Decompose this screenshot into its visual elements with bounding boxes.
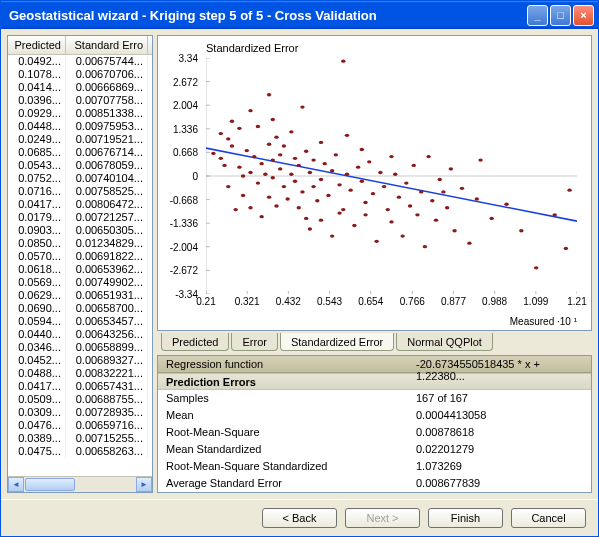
cell-stderror: 0.00806472... [66,198,148,211]
table-row[interactable]: 0.0414...0.00666869... [8,81,152,94]
window-title: Geostatistical wizard - Kriging step 5 o… [9,8,527,23]
window: Geostatistical wizard - Kriging step 5 o… [0,0,599,537]
cell-stderror: 0.00658899... [66,341,148,354]
info-value: 0.02201279 [416,443,583,456]
cell-stderror: 0.00689327... [66,354,148,367]
close-button[interactable]: × [573,5,594,26]
table-row[interactable]: 0.0752...0.00740104... [8,172,152,185]
cell-stderror: 0.00719521... [66,133,148,146]
scroll-left-icon[interactable]: ◄ [8,477,24,492]
table-row[interactable]: 0.0179...0.00721257... [8,211,152,224]
cell-stderror: 0.01234829... [66,237,148,250]
table-body[interactable]: 0.0492...0.00675744...0.1078...0.0067070… [8,55,152,476]
x-tick: 1.21 [567,296,586,307]
scroll-right-icon[interactable]: ► [136,477,152,492]
svg-point-73 [330,169,334,172]
svg-point-83 [360,180,364,183]
cell-predicted: 0.0414... [8,81,66,94]
table-row[interactable]: 0.0685...0.00676714... [8,146,152,159]
cell-predicted: 0.0417... [8,198,66,211]
table-row[interactable]: 0.0417...0.00657431... [8,380,152,393]
table-row[interactable]: 0.0249...0.00719521... [8,133,152,146]
scatter-plot[interactable] [206,58,577,294]
tab-standardized-error[interactable]: Standardized Error [280,333,394,351]
table-row[interactable]: 0.0452...0.00689327... [8,354,152,367]
cancel-button[interactable]: Cancel [511,508,586,528]
svg-point-130 [389,155,393,158]
cell-stderror: 0.00740104... [66,172,148,185]
svg-point-25 [219,132,223,135]
cell-predicted: 0.1078... [8,68,66,81]
table-row[interactable]: 0.1078...0.00670706... [8,68,152,81]
svg-point-95 [404,181,408,184]
svg-point-85 [367,160,371,163]
table-row[interactable]: 0.0396...0.00707758... [8,94,152,107]
svg-point-64 [304,217,308,220]
table-row[interactable]: 0.0492...0.00675744... [8,55,152,68]
cell-predicted: 0.0417... [8,380,66,393]
cell-stderror: 0.00653457... [66,315,148,328]
cell-predicted: 0.0716... [8,185,66,198]
x-tick: 0.432 [276,296,301,307]
table-row[interactable]: 0.0509...0.00688755... [8,393,152,406]
svg-point-74 [330,234,334,237]
tab-error[interactable]: Error [231,333,277,351]
svg-point-45 [267,143,271,146]
svg-point-75 [334,153,338,156]
table-row[interactable]: 0.0570...0.00691822... [8,250,152,263]
svg-point-36 [245,149,249,152]
table-row[interactable]: 0.0448...0.00975953... [8,120,152,133]
y-tick: -2.672 [170,265,198,276]
table-row[interactable]: 0.0690...0.00658700... [8,302,152,315]
table-row[interactable]: 0.0618...0.00653962... [8,263,152,276]
scroll-track[interactable] [24,477,136,492]
table-row[interactable]: 0.0476...0.00659716... [8,419,152,432]
col-stderror[interactable]: Standard Erro [66,36,148,54]
maximize-button[interactable]: □ [550,5,571,26]
table-row[interactable]: 0.0569...0.00749902... [8,276,152,289]
table-row[interactable]: 0.0417...0.00806472... [8,198,152,211]
cell-stderror: 0.00659716... [66,419,148,432]
svg-point-58 [293,180,297,183]
svg-point-63 [304,150,308,153]
x-tick: 0.654 [358,296,383,307]
y-tick: -0.668 [170,194,198,205]
y-tick: -2.004 [170,241,198,252]
cell-stderror: 0.00832221... [66,367,148,380]
col-predicted[interactable]: Predicted [8,36,66,54]
tab-predicted[interactable]: Predicted [161,333,229,351]
minimize-button[interactable]: _ [527,5,548,26]
table-row[interactable]: 0.0389...0.00715255... [8,432,152,445]
table-row[interactable]: 0.0594...0.00653457... [8,315,152,328]
svg-point-57 [289,130,293,133]
cell-predicted: 0.0509... [8,393,66,406]
scroll-thumb[interactable] [25,478,75,491]
table-row[interactable]: 0.0475...0.00658263... [8,445,152,458]
table-row[interactable]: 0.0903...0.00650305... [8,224,152,237]
info-row: Samples167 of 167 [158,390,591,407]
table-row[interactable]: 0.0716...0.00758525... [8,185,152,198]
svg-point-51 [278,167,282,170]
svg-point-50 [274,204,278,207]
table-row[interactable]: 0.0850...0.01234829... [8,237,152,250]
finish-button[interactable]: Finish [428,508,503,528]
table-row[interactable]: 0.0929...0.00851338... [8,107,152,120]
h-scrollbar[interactable]: ◄ ► [8,476,152,492]
table-row[interactable]: 0.0346...0.00658899... [8,341,152,354]
table-row[interactable]: 0.0488...0.00832221... [8,367,152,380]
svg-point-28 [226,137,230,140]
cell-stderror: 0.00715255... [66,432,148,445]
back-button[interactable]: < Back [262,508,337,528]
tab-normal-qqplot[interactable]: Normal QQPlot [396,333,493,351]
svg-point-112 [519,229,523,232]
table-row[interactable]: 0.0543...0.00678059... [8,159,152,172]
svg-point-124 [337,211,341,214]
table-row[interactable]: 0.0629...0.00651931... [8,289,152,302]
info-key: Average Standard Error [166,477,416,490]
table-row[interactable]: 0.0440...0.00643256... [8,328,152,341]
cell-stderror: 0.00721257... [66,211,148,224]
svg-point-110 [489,217,493,220]
svg-point-131 [441,190,445,193]
cell-predicted: 0.0476... [8,419,66,432]
table-row[interactable]: 0.0309...0.00728935... [8,406,152,419]
